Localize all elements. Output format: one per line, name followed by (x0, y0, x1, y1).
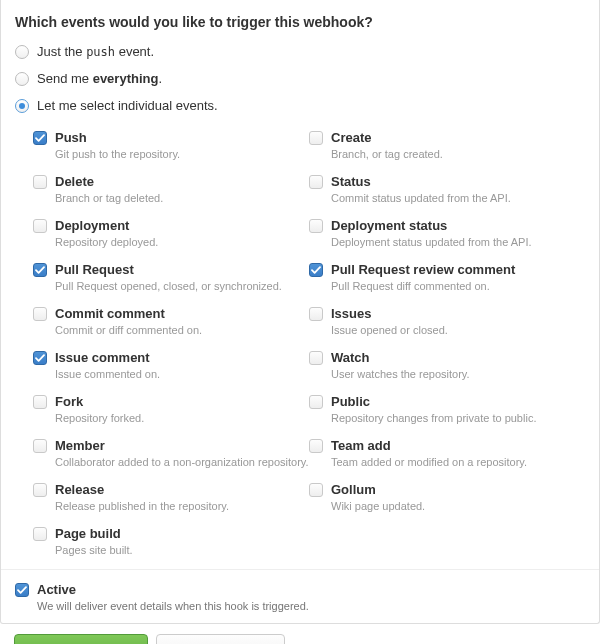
event-label: Create (331, 130, 443, 146)
event-deployment[interactable]: DeploymentRepository deployed. (33, 213, 309, 257)
event-label: Commit comment (55, 306, 202, 322)
checkbox-icon (33, 395, 47, 409)
event-watch[interactable]: WatchUser watches the repository. (309, 345, 585, 389)
event-issues[interactable]: IssuesIssue opened or closed. (309, 301, 585, 345)
event-label: Public (331, 394, 536, 410)
radio-icon (15, 45, 29, 59)
checkbox-icon (309, 175, 323, 189)
event-deployment-status[interactable]: Deployment statusDeployment status updat… (309, 213, 585, 257)
action-bar: Update webhook Delete webhook (0, 624, 600, 644)
event-pull-request[interactable]: Pull RequestPull Request opened, closed,… (33, 257, 309, 301)
checkbox-icon (309, 131, 323, 145)
event-label: Watch (331, 350, 470, 366)
event-pull-request-review-comment[interactable]: Pull Request review commentPull Request … (309, 257, 585, 301)
event-member[interactable]: MemberCollaborator added to a non-organi… (33, 433, 309, 477)
event-release[interactable]: ReleaseRelease published in the reposito… (33, 477, 309, 521)
checkbox-icon (33, 307, 47, 321)
event-commit-comment[interactable]: Commit commentCommit or diff commented o… (33, 301, 309, 345)
radio-just-push[interactable]: Just the push event. (15, 40, 585, 67)
checkbox-icon (15, 583, 29, 597)
events-grid: PushGit push to the repository.DeleteBra… (15, 121, 585, 565)
event-fork[interactable]: ForkRepository forked. (33, 389, 309, 433)
radio-send-everything[interactable]: Send me everything. (15, 67, 585, 94)
checkbox-icon (33, 483, 47, 497)
checkbox-icon (33, 219, 47, 233)
event-desc: Branch or tag deleted. (55, 191, 163, 205)
event-desc: Collaborator added to a non-organization… (55, 455, 309, 469)
checkbox-icon (309, 219, 323, 233)
radio-icon (15, 99, 29, 113)
checkbox-icon (309, 307, 323, 321)
events-column-left: PushGit push to the repository.DeleteBra… (33, 125, 309, 565)
checkbox-icon (33, 351, 47, 365)
event-desc: Commit status updated from the API. (331, 191, 511, 205)
checkbox-icon (33, 131, 47, 145)
event-desc: Release published in the repository. (55, 499, 229, 513)
event-label: Deployment (55, 218, 158, 234)
event-label: Pull Request review comment (331, 262, 515, 278)
event-label: Fork (55, 394, 144, 410)
event-page-build[interactable]: Page buildPages site built. (33, 521, 309, 565)
event-desc: Repository forked. (55, 411, 144, 425)
delete-webhook-button[interactable]: Delete webhook (156, 634, 285, 644)
event-desc: Pull Request diff commented on. (331, 279, 515, 293)
event-desc: Team added or modified on a repository. (331, 455, 527, 469)
event-label: Page build (55, 526, 133, 542)
event-desc: Issue opened or closed. (331, 323, 448, 337)
event-desc: Deployment status updated from the API. (331, 235, 532, 249)
event-label: Pull Request (55, 262, 282, 278)
checkbox-icon (309, 483, 323, 497)
event-label: Team add (331, 438, 527, 454)
active-desc: We will deliver event details when this … (37, 599, 309, 613)
checkbox-icon (309, 439, 323, 453)
event-delete[interactable]: DeleteBranch or tag deleted. (33, 169, 309, 213)
event-desc: Issue commented on. (55, 367, 160, 381)
event-team-add[interactable]: Team addTeam added or modified on a repo… (309, 433, 585, 477)
event-gollum[interactable]: GollumWiki page updated. (309, 477, 585, 521)
event-label: Issues (331, 306, 448, 322)
webhook-events-panel: Which events would you like to trigger t… (0, 0, 600, 624)
radio-icon (15, 72, 29, 86)
checkbox-icon (309, 395, 323, 409)
event-label: Status (331, 174, 511, 190)
event-create[interactable]: CreateBranch, or tag created. (309, 125, 585, 169)
active-toggle[interactable]: Active We will deliver event details whe… (15, 570, 585, 617)
event-desc: Repository changes from private to publi… (331, 411, 536, 425)
event-label: Deployment status (331, 218, 532, 234)
event-label: Delete (55, 174, 163, 190)
event-label: Issue comment (55, 350, 160, 366)
event-label: Member (55, 438, 309, 454)
event-desc: Repository deployed. (55, 235, 158, 249)
event-status[interactable]: StatusCommit status updated from the API… (309, 169, 585, 213)
event-public[interactable]: PublicRepository changes from private to… (309, 389, 585, 433)
event-desc: Pages site built. (55, 543, 133, 557)
section-heading: Which events would you like to trigger t… (15, 14, 585, 30)
checkbox-icon (309, 263, 323, 277)
checkbox-icon (33, 175, 47, 189)
update-webhook-button[interactable]: Update webhook (14, 634, 148, 644)
event-desc: Git push to the repository. (55, 147, 180, 161)
checkbox-icon (309, 351, 323, 365)
event-desc: Branch, or tag created. (331, 147, 443, 161)
events-column-right: CreateBranch, or tag created.StatusCommi… (309, 125, 585, 565)
event-label: Push (55, 130, 180, 146)
checkbox-icon (33, 527, 47, 541)
event-desc: Wiki page updated. (331, 499, 425, 513)
event-label: Gollum (331, 482, 425, 498)
radio-select-individual[interactable]: Let me select individual events. (15, 94, 585, 121)
active-label: Active (37, 582, 309, 598)
event-push[interactable]: PushGit push to the repository. (33, 125, 309, 169)
event-issue-comment[interactable]: Issue commentIssue commented on. (33, 345, 309, 389)
event-label: Release (55, 482, 229, 498)
checkbox-icon (33, 263, 47, 277)
event-desc: User watches the repository. (331, 367, 470, 381)
checkbox-icon (33, 439, 47, 453)
event-desc: Commit or diff commented on. (55, 323, 202, 337)
event-desc: Pull Request opened, closed, or synchron… (55, 279, 282, 293)
